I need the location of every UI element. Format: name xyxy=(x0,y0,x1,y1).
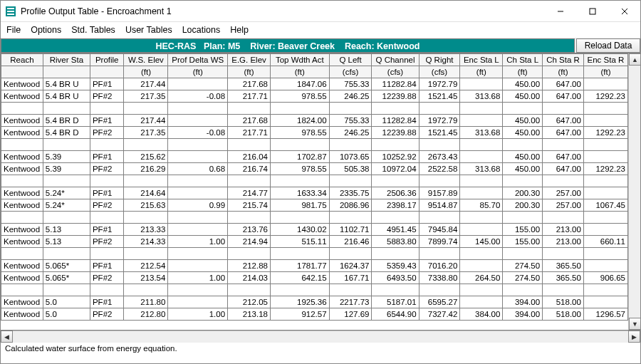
cell-ql[interactable]: 2217.73 xyxy=(329,296,372,308)
cell-twa[interactable]: 1702.87 xyxy=(270,151,329,163)
cell-wse[interactable]: 214.33 xyxy=(124,236,168,248)
cell-sta[interactable]: 5.13 xyxy=(43,224,90,236)
cell-reach[interactable]: Kentwood xyxy=(1,127,43,139)
cell-reach[interactable]: Kentwood xyxy=(1,236,43,248)
column-header[interactable]: Enc Sta R xyxy=(583,54,627,66)
cell-esr[interactable] xyxy=(583,296,627,308)
cell-wse[interactable]: 215.63 xyxy=(124,199,168,212)
cell-sta[interactable]: 5.065* xyxy=(43,272,90,284)
cell-csr[interactable]: 518.00 xyxy=(543,308,584,321)
cell-pdws[interactable] xyxy=(168,187,228,199)
cell-esl[interactable] xyxy=(460,115,503,127)
cell-csr[interactable]: 647.00 xyxy=(543,90,584,103)
cell-ege[interactable]: 212.05 xyxy=(228,296,271,308)
cell-esl[interactable] xyxy=(460,224,503,236)
cell-twa[interactable]: 912.57 xyxy=(270,308,329,321)
cell-csl[interactable]: 450.00 xyxy=(503,163,543,175)
cell-reach[interactable]: Kentwood xyxy=(1,90,43,103)
cell-esr[interactable] xyxy=(583,115,627,127)
cell-esr[interactable] xyxy=(583,224,627,236)
cell-esl[interactable] xyxy=(460,78,503,90)
cell-csr[interactable]: 213.00 xyxy=(543,236,584,248)
cell-prof[interactable]: PF#2 xyxy=(90,127,124,139)
cell-qc[interactable]: 12239.88 xyxy=(372,127,419,139)
cell-prof[interactable]: PF#1 xyxy=(90,187,124,199)
cell-prof[interactable]: PF#1 xyxy=(90,115,124,127)
cell-reach[interactable]: Kentwood xyxy=(1,308,43,321)
cell-prof[interactable]: PF#2 xyxy=(90,90,124,103)
cell-csr[interactable]: 518.00 xyxy=(543,296,584,308)
cell-ql[interactable]: 167.71 xyxy=(329,272,372,284)
cell-csr[interactable]: 365.50 xyxy=(543,260,584,272)
column-header[interactable]: Q Channel xyxy=(372,54,419,66)
column-header[interactable]: Ch Sta L xyxy=(503,54,543,66)
table-row[interactable]: Kentwood5.24*PF#1214.64214.771633.342335… xyxy=(1,187,628,199)
cell-ege[interactable]: 217.71 xyxy=(228,90,271,103)
cell-qc[interactable]: 11282.84 xyxy=(372,115,419,127)
cell-wse[interactable]: 217.35 xyxy=(124,90,168,103)
cell-prof[interactable]: PF#2 xyxy=(90,272,124,284)
cell-qc[interactable]: 6544.90 xyxy=(372,308,419,321)
cell-pdws[interactable]: 0.68 xyxy=(168,163,228,175)
column-header[interactable]: Prof Delta WS xyxy=(168,54,228,66)
cell-esl[interactable] xyxy=(460,296,503,308)
cell-pdws[interactable] xyxy=(168,296,228,308)
table-row[interactable]: Kentwood5.065*PF#2213.541.00214.03642.15… xyxy=(1,272,628,284)
cell-esl[interactable]: 313.68 xyxy=(460,127,503,139)
cell-esr[interactable]: 906.65 xyxy=(583,272,627,284)
cell-twa[interactable]: 978.55 xyxy=(270,127,329,139)
cell-qc[interactable]: 12239.88 xyxy=(372,90,419,103)
table-row[interactable]: Kentwood5.4 BR DPF#1217.44217.681824.007… xyxy=(1,115,628,127)
cell-ql[interactable]: 2335.75 xyxy=(329,187,372,199)
cell-qr[interactable]: 1972.79 xyxy=(419,115,460,127)
cell-ege[interactable]: 217.71 xyxy=(228,127,271,139)
cell-prof[interactable]: PF#1 xyxy=(90,78,124,90)
cell-csr[interactable]: 257.00 xyxy=(543,199,584,212)
cell-wse[interactable]: 216.29 xyxy=(124,163,168,175)
cell-twa[interactable]: 1430.02 xyxy=(270,224,329,236)
cell-qr[interactable]: 1972.79 xyxy=(419,78,460,90)
cell-qr[interactable]: 7945.84 xyxy=(419,224,460,236)
table-row[interactable]: Kentwood5.0PF#2212.801.00213.18912.57127… xyxy=(1,308,628,321)
horizontal-scrollbar[interactable]: ◀ ▶ xyxy=(1,331,640,343)
cell-reach[interactable]: Kentwood xyxy=(1,296,43,308)
cell-prof[interactable]: PF#1 xyxy=(90,296,124,308)
cell-esr[interactable] xyxy=(583,187,627,199)
cell-twa[interactable]: 978.55 xyxy=(270,163,329,175)
table-row[interactable]: Kentwood5.0PF#1211.80212.051925.362217.7… xyxy=(1,296,628,308)
cell-ege[interactable]: 217.68 xyxy=(228,115,271,127)
cell-esr[interactable]: 1067.45 xyxy=(583,199,627,212)
menu-std-tables[interactable]: Std. Tables xyxy=(71,25,115,35)
cell-reach[interactable]: Kentwood xyxy=(1,260,43,272)
cell-esl[interactable]: 384.00 xyxy=(460,308,503,321)
cell-csl[interactable]: 394.00 xyxy=(503,296,543,308)
cell-wse[interactable]: 215.62 xyxy=(124,151,168,163)
cell-ege[interactable]: 213.18 xyxy=(228,308,271,321)
cell-ege[interactable]: 214.94 xyxy=(228,236,271,248)
cell-sta[interactable]: 5.4 BR U xyxy=(43,90,90,103)
cell-esl[interactable]: 145.00 xyxy=(460,236,503,248)
cell-csr[interactable]: 647.00 xyxy=(543,151,584,163)
cell-prof[interactable]: PF#2 xyxy=(90,163,124,175)
column-header[interactable]: Q Right xyxy=(419,54,460,66)
cell-csl[interactable]: 450.00 xyxy=(503,151,543,163)
cell-twa[interactable]: 642.15 xyxy=(270,272,329,284)
table-row[interactable]: Kentwood5.39PF#1215.62216.041702.871073.… xyxy=(1,151,628,163)
column-header[interactable]: Q Left xyxy=(329,54,372,66)
cell-sta[interactable]: 5.39 xyxy=(43,151,90,163)
cell-twa[interactable]: 1824.00 xyxy=(270,115,329,127)
cell-reach[interactable]: Kentwood xyxy=(1,272,43,284)
cell-ege[interactable]: 216.74 xyxy=(228,163,271,175)
cell-ql[interactable]: 127.69 xyxy=(329,308,372,321)
table-row[interactable]: Kentwood5.13PF#1213.33213.761430.021102.… xyxy=(1,224,628,236)
cell-prof[interactable]: PF#1 xyxy=(90,260,124,272)
cell-qr[interactable]: 7327.42 xyxy=(419,308,460,321)
scroll-left-icon[interactable]: ◀ xyxy=(1,331,13,343)
cell-ql[interactable]: 505.38 xyxy=(329,163,372,175)
cell-csl[interactable]: 450.00 xyxy=(503,78,543,90)
table-row[interactable]: Kentwood5.4 BR UPF#2217.35-0.08217.71978… xyxy=(1,90,628,103)
minimize-button[interactable] xyxy=(544,1,576,21)
cell-wse[interactable]: 212.54 xyxy=(124,260,168,272)
table-row[interactable] xyxy=(1,212,628,224)
cell-twa[interactable]: 515.11 xyxy=(270,236,329,248)
